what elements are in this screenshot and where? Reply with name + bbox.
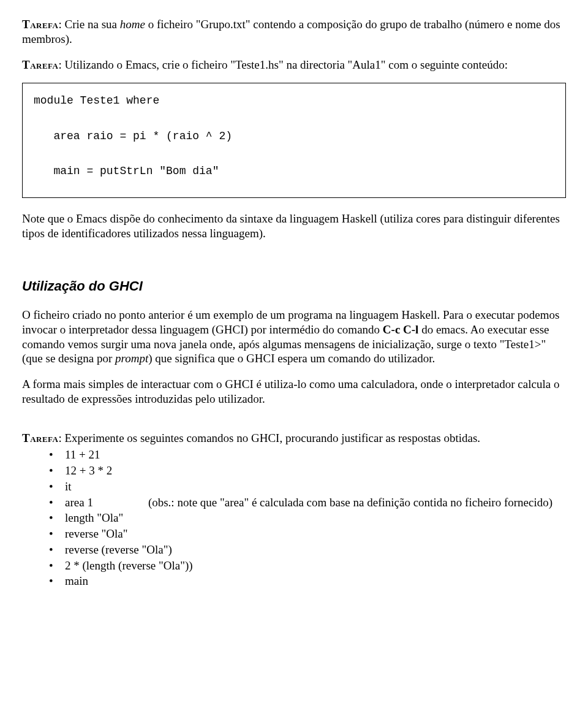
list-item: area 1(obs.: note que "area" é calculada… xyxy=(49,495,566,510)
ghci-paragraph-2: A forma mais simples de interactuar com … xyxy=(22,377,566,406)
list-item-text: area 1 xyxy=(65,496,93,509)
task-label: Tarefa xyxy=(22,18,58,31)
task-2: Tarefa: Utilizando o Emacs, crie o fiche… xyxy=(22,58,566,72)
note-paragraph: Note que o Emacs dispõe do conhecimento … xyxy=(22,211,566,241)
kbd-cc-cl: C-c C-l xyxy=(383,323,419,336)
task-label: Tarefa xyxy=(22,432,58,444)
list-item: 2 * (length (reverse "Ola")) xyxy=(49,558,566,573)
section-heading: Utilização do GHCI xyxy=(22,278,566,295)
task-text: : Utilizando o Emacs, crie o ficheiro "T… xyxy=(58,58,508,71)
list-item: length "Ola" xyxy=(49,511,566,525)
list-item: it xyxy=(49,479,566,494)
list-item: main xyxy=(49,574,566,588)
list-item-note: (obs.: note que "area" é calculada com b… xyxy=(148,496,552,509)
ghci-paragraph-1: O ficheiro criado no ponto anterior é um… xyxy=(22,308,566,366)
task-3: Tarefa: Experimente os seguintes comando… xyxy=(22,431,566,446)
list-item: reverse "Ola" xyxy=(49,527,566,541)
list-item: 11 + 21 xyxy=(49,447,566,462)
prompt-word: prompt xyxy=(115,352,148,365)
home-word: home xyxy=(120,18,145,31)
code-line: main = putStrLn "Bom dia" xyxy=(34,165,219,177)
code-line: module Teste1 where xyxy=(34,94,159,107)
list-item: reverse (reverse "Ola") xyxy=(49,542,566,557)
task-text: : Experimente os seguintes comandos no G… xyxy=(58,432,480,444)
code-block: module Teste1 where area raio = pi * (ra… xyxy=(22,83,566,198)
code-line: area raio = pi * (raio ^ 2) xyxy=(34,130,232,142)
list-item: 12 + 3 * 2 xyxy=(49,463,566,478)
command-list: 11 + 21 12 + 3 * 2 it area 1(obs.: note … xyxy=(22,447,566,588)
task-1: Tarefa: Crie na sua home o ficheiro "Gru… xyxy=(22,17,566,47)
task-label: Tarefa xyxy=(22,58,58,71)
task-text: : Crie na sua xyxy=(58,18,119,31)
body-text: ) que significa que o GHCI espera um com… xyxy=(148,352,435,365)
